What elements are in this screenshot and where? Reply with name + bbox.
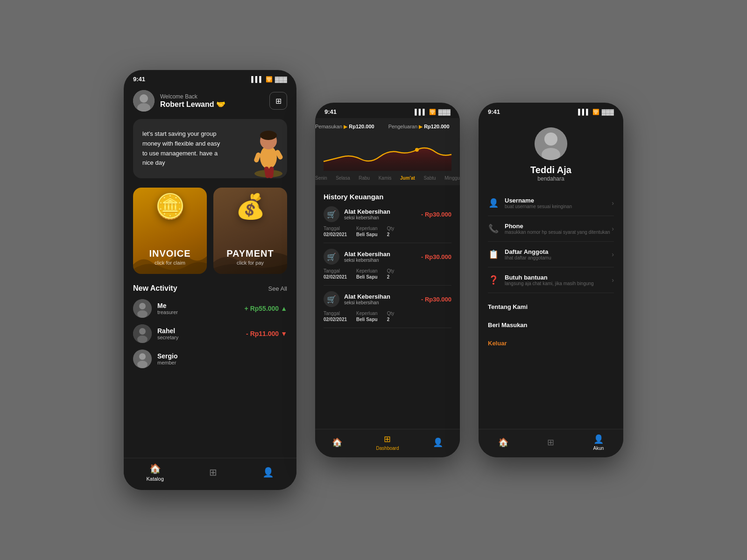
history-list: 🛒 Alat Kebersihan seksi kebersihan - Rp3… — [324, 206, 451, 328]
dash-nav-profile[interactable]: 👤 — [433, 437, 443, 448]
history-item-1: 🛒 Alat Kebersihan seksi kebersihan - Rp3… — [324, 206, 451, 243]
invoice-icon: 🪙 — [155, 192, 185, 221]
menu-text-username: Username buat username sesuai keinginan — [505, 197, 572, 209]
act-avatar-me — [133, 299, 152, 318]
battery-icon-3: ▓▓▓ — [602, 109, 614, 115]
payment-icon: 💰 — [235, 192, 266, 221]
dash-nav-home[interactable]: 🏠 — [332, 437, 342, 448]
day-jumat: Jum'at — [400, 175, 415, 181]
svg-point-20 — [415, 148, 419, 152]
status-bar-1: 9:41 ▌▌▌ 🛜 ▓▓▓ — [124, 70, 296, 85]
expense-arrow: ▶ — [419, 124, 424, 129]
signal-icon-3: ▌▌▌ — [578, 109, 590, 115]
user-name: Robert Lewand 🤝 — [160, 100, 226, 109]
dash-nav-dashboard[interactable]: ⊞ Dashboard — [376, 434, 399, 451]
invoice-sublabel: click for claim — [155, 260, 185, 266]
payment-label: PAYMENT — [226, 248, 274, 259]
profile-role: bendahara — [537, 175, 564, 182]
svg-point-1 — [140, 94, 148, 103]
chart-section: Pemasukan ▶ Rp120.000 Pengeluaran ▶ Rp12… — [315, 118, 460, 185]
menu-text-phone: Phone masukkan nomor hp sesuai syarat ya… — [505, 223, 610, 235]
menu-members[interactable]: 📋 Daftar Anggota lihat daftar anggotamu … — [488, 242, 614, 267]
chevron-right-3: › — [612, 251, 614, 258]
invoice-card[interactable]: 🪙 INVOICE click for claim — [133, 188, 207, 274]
see-all-link[interactable]: See All — [268, 285, 287, 292]
hist-icon-3: 🛒 — [324, 291, 339, 307]
nav-katalog-label: Katalog — [146, 476, 163, 482]
wifi-icon-3: 🛜 — [592, 109, 599, 115]
svg-point-22 — [544, 133, 557, 146]
history-title: History Keuangan — [324, 193, 451, 201]
expense-value: Rp120.000 — [424, 124, 449, 129]
status-bar-2: 9:41 ▌▌▌ 🛜 ▓▓▓ — [315, 103, 460, 118]
profile-avatar — [535, 127, 567, 160]
menu-feedback[interactable]: Beri Masukan — [488, 316, 614, 334]
battery-icon-2: ▓▓▓ — [438, 109, 451, 115]
act-avatar-rahel — [133, 324, 152, 343]
chart-stats: Pemasukan ▶ Rp120.000 Pengeluaran ▶ Rp12… — [315, 124, 460, 130]
income-stat: Pemasukan ▶ Rp120.000 — [315, 124, 374, 130]
acun-grid-icon: ⊞ — [547, 437, 554, 448]
finance-chart — [315, 133, 460, 171]
nav-profile[interactable]: 👤 — [262, 467, 274, 478]
hist-amount-1: - Rp30.000 — [421, 211, 451, 218]
acun-label: Akun — [593, 446, 604, 451]
acun-nav-grid[interactable]: ⊞ — [547, 437, 554, 448]
menu-text-help: Butuh bantuan langsung aja chat kami, ji… — [505, 274, 594, 286]
menu-help[interactable]: ❓ Butuh bantuan langsung aja chat kami, … — [488, 267, 614, 293]
welcome-text: Welcome Back — [160, 93, 226, 100]
day-kamis: Kamis — [379, 175, 392, 181]
chart-days: Senin Selasa Rabu Kamis Jum'at Sabtu Min… — [315, 175, 460, 181]
chevron-right-4: › — [612, 276, 614, 284]
wifi-icon: 🛜 — [266, 76, 273, 83]
banner-card: let's start saving your group money with… — [133, 119, 287, 178]
payment-card[interactable]: 💰 PAYMENT click for pay — [213, 188, 287, 274]
act-info-sergio: Sergio member — [157, 352, 287, 365]
expense-label: Pengeluaran — [388, 124, 417, 129]
history-item-3: 🛒 Alat Kebersihan seksi kebersihan - Rp3… — [324, 291, 451, 328]
act-amount-me: + Rp55.000 ▲ — [245, 305, 287, 312]
acun-nav-home[interactable]: 🏠 — [498, 437, 508, 448]
svg-point-6 — [260, 131, 277, 140]
hist-info-2: Alat Kebersihan seksi kebersihan — [344, 251, 390, 263]
nav-katalog[interactable]: 🏠 Katalog — [146, 463, 163, 482]
hist-amount-2: - Rp30.000 — [421, 253, 451, 260]
battery-icon: ▓▓▓ — [275, 76, 287, 83]
members-icon: 📋 — [488, 249, 499, 259]
plain-menu-section: Tentang Kami Beri Masukan Keluar — [488, 298, 614, 352]
day-sabtu: Sabtu — [423, 175, 436, 181]
svg-point-13 — [137, 310, 148, 318]
acun-profile-icon: 👤 — [593, 434, 604, 444]
acun-nav-akun[interactable]: 👤 Akun — [593, 434, 604, 451]
hist-amount-3: - Rp30.000 — [421, 296, 451, 303]
menu-logout[interactable]: Keluar — [488, 334, 614, 352]
action-cards-row: 🪙 INVOICE click for claim 💰 PAYMENT clic… — [133, 188, 287, 274]
profile-section: Teddi Aja bendahara — [479, 118, 623, 190]
hist-icon-2: 🛒 — [324, 249, 339, 265]
username-icon: 👤 — [488, 198, 499, 208]
signal-icon-2: ▌▌▌ — [415, 109, 427, 115]
grid-button[interactable]: ⊞ — [269, 92, 287, 110]
menu-phone[interactable]: 📞 Phone masukkan nomor hp sesuai syarat … — [488, 216, 614, 242]
menu-about[interactable]: Tentang Kami — [488, 298, 614, 316]
banner-figure — [236, 122, 287, 178]
time-3: 9:41 — [488, 108, 500, 115]
day-senin: Senin — [315, 175, 327, 181]
activity-header: New Activity See All — [133, 284, 287, 293]
menu-text-members: Daftar Anggota lihat daftar anggotamu — [505, 248, 551, 260]
home-icon: 🏠 — [149, 463, 161, 474]
act-info-me: Me treasurer — [157, 302, 239, 315]
day-minggu: Minggu — [444, 175, 460, 181]
nav-grid[interactable]: ⊞ — [209, 467, 217, 478]
signal-icon: ▌▌▌ — [251, 76, 263, 83]
phone-3: 9:41 ▌▌▌ 🛜 ▓▓▓ Teddi Aja bendahara 👤 Use — [479, 103, 623, 457]
phone-2: 9:41 ▌▌▌ 🛜 ▓▓▓ Pemasukan ▶ Rp120.000 Pen… — [315, 103, 460, 457]
status-icons-1: ▌▌▌ 🛜 ▓▓▓ — [251, 76, 287, 83]
bottom-nav-1: 🏠 Katalog ⊞ 👤 — [124, 458, 296, 490]
acun-home-icon: 🏠 — [498, 437, 508, 448]
activity-item-rahel: Rahel secretary - Rp11.000 ▼ — [133, 324, 287, 343]
chevron-right-1: › — [612, 199, 614, 207]
time-1: 9:41 — [133, 76, 145, 83]
menu-username[interactable]: 👤 Username buat username sesuai keingina… — [488, 190, 614, 216]
chevron-right-2: › — [612, 225, 614, 232]
